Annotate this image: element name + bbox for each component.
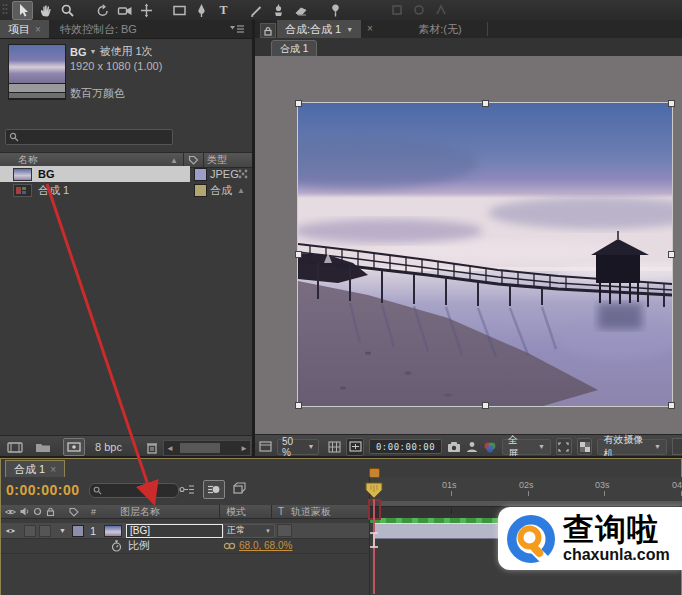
scrollbar-thumb[interactable] bbox=[180, 443, 220, 453]
blend-mode-dropdown[interactable]: 正常 ▼ bbox=[223, 524, 275, 538]
close-icon[interactable]: × bbox=[50, 464, 56, 475]
lock-column-icon[interactable] bbox=[46, 507, 55, 516]
tab-project[interactable]: 项目 × bbox=[0, 20, 49, 38]
selection-handle[interactable] bbox=[668, 251, 675, 258]
bit-depth-label[interactable]: 8 bpc bbox=[95, 441, 122, 453]
selection-handle[interactable] bbox=[668, 402, 675, 409]
table-row-comp[interactable]: 合成 1 合成 ▲ bbox=[0, 182, 252, 198]
comp-marker[interactable] bbox=[369, 468, 380, 478]
table-row-bg[interactable]: BG JPEG bbox=[0, 166, 252, 182]
motion-blur-icon[interactable] bbox=[203, 480, 225, 499]
camera-view-dropdown[interactable]: 有效摄像机 ▼ bbox=[597, 439, 667, 455]
lock-panel-icon[interactable] bbox=[260, 23, 276, 38]
trash-icon[interactable] bbox=[146, 441, 158, 454]
transparency-grid-icon[interactable] bbox=[577, 438, 593, 455]
tab-footage[interactable]: 素材:(无) bbox=[383, 20, 497, 38]
close-icon[interactable]: × bbox=[367, 23, 373, 34]
rotation-tool[interactable] bbox=[93, 2, 112, 19]
column-header-type[interactable]: 类型 bbox=[207, 153, 227, 167]
view-axis-mode-icon[interactable] bbox=[431, 2, 450, 19]
selection-handle[interactable] bbox=[482, 100, 489, 107]
tab-composition[interactable]: 合成:合成 1 ▼ bbox=[277, 20, 361, 38]
viewer-timecode[interactable]: 0:00:00:00 bbox=[369, 439, 442, 454]
column-header-name[interactable]: 名称 bbox=[18, 153, 38, 167]
layer-name-column-header[interactable]: 图层名称 bbox=[120, 505, 160, 519]
world-axis-mode-icon[interactable] bbox=[409, 2, 428, 19]
comp-image-layer[interactable] bbox=[298, 103, 672, 406]
unified-camera-tool[interactable] bbox=[115, 2, 134, 19]
layer-label-swatch[interactable] bbox=[72, 525, 84, 537]
draft-3d-icon[interactable] bbox=[231, 482, 246, 495]
solo-column-icon[interactable] bbox=[33, 507, 42, 516]
composition-viewer[interactable] bbox=[255, 56, 682, 434]
new-composition-icon[interactable] bbox=[63, 438, 85, 456]
local-axis-mode-icon[interactable] bbox=[387, 2, 406, 19]
selection-handle[interactable] bbox=[295, 402, 302, 409]
snapshot-icon[interactable] bbox=[447, 441, 461, 452]
rectangle-tool[interactable] bbox=[170, 2, 189, 19]
audio-column-icon[interactable] bbox=[20, 507, 29, 516]
selection-handle[interactable] bbox=[482, 402, 489, 409]
layer-name-field[interactable]: [BG] bbox=[126, 524, 223, 538]
hand-tool[interactable] bbox=[36, 2, 55, 19]
track-matte-t-header[interactable]: T bbox=[278, 506, 284, 517]
grid-options-icon[interactable] bbox=[328, 441, 341, 453]
view-layout-icon[interactable] bbox=[672, 438, 682, 455]
close-icon[interactable]: × bbox=[35, 24, 41, 35]
scroll-right-icon[interactable]: ► bbox=[240, 444, 248, 453]
clone-stamp-tool[interactable] bbox=[269, 2, 288, 19]
selection-tool[interactable] bbox=[12, 1, 33, 20]
timeline-ruler[interactable]: 01s 02s 03s 04s bbox=[369, 477, 682, 502]
index-column-header[interactable]: # bbox=[91, 507, 96, 517]
selection-handle[interactable] bbox=[668, 100, 675, 107]
playhead-icon[interactable] bbox=[365, 482, 383, 499]
layer-twirl-icon[interactable]: ▼ bbox=[59, 527, 66, 534]
selection-handle[interactable] bbox=[295, 251, 302, 258]
scroll-left-icon[interactable]: ◄ bbox=[166, 444, 174, 453]
label-column-icon[interactable] bbox=[188, 155, 199, 166]
stopwatch-icon[interactable] bbox=[111, 540, 122, 552]
resolution-dropdown[interactable]: 全屏 ▼ bbox=[502, 439, 551, 455]
layer-row[interactable]: ▼ 1 [BG] 正常 ▼ bbox=[1, 523, 369, 539]
panel-menu-icon[interactable] bbox=[230, 24, 244, 34]
brush-tool[interactable] bbox=[247, 2, 266, 19]
new-folder-icon[interactable] bbox=[35, 441, 51, 453]
tab-effect-controls[interactable]: 特效控制台: BG bbox=[52, 20, 145, 38]
timeline-tab[interactable]: 合成 1 × bbox=[5, 460, 65, 477]
timeline-timecode[interactable]: 0:00:00:00 bbox=[6, 482, 80, 498]
project-search[interactable] bbox=[5, 129, 173, 145]
project-search-input[interactable] bbox=[22, 131, 169, 143]
label-column-icon[interactable] bbox=[69, 507, 79, 517]
selection-handle[interactable] bbox=[295, 100, 302, 107]
mode-column-header[interactable]: 模式 bbox=[226, 505, 246, 519]
timeline-search-input[interactable] bbox=[105, 485, 175, 496]
always-preview-icon[interactable] bbox=[259, 441, 272, 452]
scale-property-label[interactable]: 比例 bbox=[128, 538, 150, 553]
track-matte-column-header[interactable]: 轨道蒙板 bbox=[291, 505, 331, 519]
layer-solo-toggle[interactable] bbox=[39, 525, 51, 537]
scroll-up-icon[interactable]: ▲ bbox=[237, 186, 245, 195]
video-column-icon[interactable] bbox=[5, 508, 16, 516]
puppet-pin-tool[interactable] bbox=[326, 2, 345, 19]
interpret-footage-icon[interactable] bbox=[7, 441, 23, 454]
show-channels-icon[interactable] bbox=[483, 441, 497, 453]
zoom-tool[interactable] bbox=[58, 2, 77, 19]
type-tool[interactable]: T bbox=[214, 2, 233, 19]
zoom-level-dropdown[interactable]: 50 % ▼ bbox=[277, 439, 319, 455]
show-snapshot-icon[interactable] bbox=[466, 441, 478, 453]
panel-divider-horizontal[interactable] bbox=[0, 456, 682, 458]
footage-name-dropdown-icon[interactable]: ▼ bbox=[90, 48, 97, 55]
eraser-tool[interactable] bbox=[291, 2, 310, 19]
project-hscrollbar[interactable]: ◄ ► bbox=[163, 440, 251, 456]
label-color-swatch[interactable] bbox=[194, 168, 207, 181]
safe-margins-icon[interactable] bbox=[346, 438, 363, 456]
pan-behind-tool[interactable] bbox=[137, 2, 156, 19]
panel-divider-vertical[interactable] bbox=[252, 20, 255, 457]
scale-value[interactable]: 68.0, 68.0% bbox=[239, 540, 292, 551]
sort-ascending-icon[interactable]: ▲ bbox=[170, 156, 178, 165]
constrain-proportions-icon[interactable] bbox=[223, 542, 236, 550]
timeline-search[interactable] bbox=[89, 483, 179, 498]
comp-flowchart-icon[interactable] bbox=[179, 484, 195, 495]
region-of-interest-icon[interactable] bbox=[556, 438, 572, 455]
track-matte-box[interactable] bbox=[277, 524, 292, 537]
